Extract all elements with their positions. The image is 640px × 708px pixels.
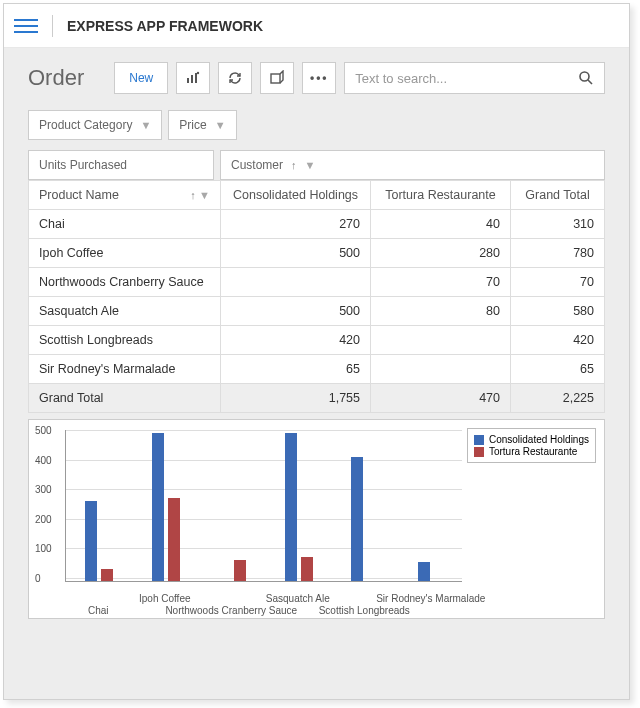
table-cell: Ipoh Coffee [29, 239, 221, 268]
pivot-grand-total-header: Grand Total [511, 181, 605, 210]
filter-icon: ▼ [305, 159, 316, 171]
table-cell: 310 [511, 210, 605, 239]
y-tick-label: 100 [35, 543, 52, 554]
table-cell: 65 [511, 355, 605, 384]
table-row: Scottish Longbreads420420 [29, 326, 605, 355]
y-tick-label: 200 [35, 513, 52, 524]
chart-panel: Consolidated HoldingsTortura Restaurante… [28, 419, 605, 619]
table-cell: 580 [511, 297, 605, 326]
filter-price[interactable]: Price ▼ [168, 110, 236, 140]
chart-bar [101, 569, 113, 581]
table-cell: 80 [371, 297, 511, 326]
chart-bar [351, 457, 363, 581]
hamburger-menu-icon[interactable] [14, 14, 38, 38]
table-row: Ipoh Coffee500280780 [29, 239, 605, 268]
pivot-column-field-label: Customer [231, 158, 283, 172]
table-cell: 470 [371, 384, 511, 413]
pivot-data-area[interactable]: Units Purchased [28, 150, 214, 180]
y-tick-label: 300 [35, 484, 52, 495]
chart-bar [85, 501, 97, 581]
table-cell: 500 [221, 297, 371, 326]
x-tick-label: Sir Rodney's Marmalade [376, 593, 485, 604]
table-cell: Grand Total [29, 384, 221, 413]
pivot-table: Product Name ↑ ▼ Consolidated Holdings T… [28, 180, 605, 413]
table-cell: 40 [371, 210, 511, 239]
table-cell: 270 [221, 210, 371, 239]
filter-product-category[interactable]: Product Category ▼ [28, 110, 162, 140]
chart-bar [418, 562, 430, 581]
table-cell [371, 326, 511, 355]
separator [52, 15, 53, 37]
x-tick-label: Scottish Longbreads [319, 605, 410, 616]
table-cell: 1,755 [221, 384, 371, 413]
table-cell: Chai [29, 210, 221, 239]
table-total-row: Grand Total1,7554702,225 [29, 384, 605, 413]
y-tick-label: 500 [35, 425, 52, 436]
sort-asc-icon: ↑ [291, 159, 297, 171]
pivot-col-header[interactable]: Tortura Restaurante [371, 181, 511, 210]
svg-point-5 [580, 72, 589, 81]
filter-icon: ▼ [199, 189, 210, 201]
new-button[interactable]: New [114, 62, 168, 94]
table-cell [221, 268, 371, 297]
table-cell: 70 [511, 268, 605, 297]
table-cell: 2,225 [511, 384, 605, 413]
table-row: Chai27040310 [29, 210, 605, 239]
pivot-col-header[interactable]: Consolidated Holdings [221, 181, 371, 210]
table-row: Northwoods Cranberry Sauce7070 [29, 268, 605, 297]
chart-bar [301, 557, 313, 581]
table-cell: Sir Rodney's Marmalade [29, 355, 221, 384]
table-cell: 65 [221, 355, 371, 384]
table-cell: 420 [511, 326, 605, 355]
y-tick-label: 0 [35, 573, 41, 584]
pivot-data-field-label: Units Purchased [39, 158, 127, 172]
x-tick-label: Northwoods Cranberry Sauce [165, 605, 297, 616]
svg-point-3 [197, 72, 199, 74]
table-row: Sasquatch Ale50080580 [29, 297, 605, 326]
chart-type-icon[interactable] [176, 62, 210, 94]
x-tick-label: Chai [88, 605, 109, 616]
table-cell [371, 355, 511, 384]
table-cell: 70 [371, 268, 511, 297]
table-cell: Sasquatch Ale [29, 297, 221, 326]
x-tick-label: Ipoh Coffee [139, 593, 191, 604]
search-input-container[interactable] [344, 62, 605, 94]
filter-icon: ▼ [140, 119, 151, 131]
refresh-icon[interactable] [218, 62, 252, 94]
legend-item: Tortura Restaurante [474, 446, 589, 457]
filter-icon: ▼ [215, 119, 226, 131]
sort-asc-icon: ↑ [190, 189, 196, 201]
svg-rect-1 [191, 75, 193, 83]
chart-bar [168, 498, 180, 581]
filter-label: Price [179, 118, 206, 132]
x-tick-label: Sasquatch Ale [266, 593, 330, 604]
pivot-row-field-label: Product Name [39, 188, 119, 202]
chart-bar [285, 433, 297, 581]
table-cell: 500 [221, 239, 371, 268]
export-icon[interactable] [260, 62, 294, 94]
svg-rect-0 [187, 78, 189, 83]
y-tick-label: 400 [35, 454, 52, 465]
pivot-column-area[interactable]: Customer ↑ ▼ [220, 150, 605, 180]
chart-legend: Consolidated HoldingsTortura Restaurante [467, 428, 596, 463]
pivot-row-field-header[interactable]: Product Name ↑ ▼ [29, 181, 221, 210]
svg-rect-2 [195, 73, 197, 83]
filter-label: Product Category [39, 118, 132, 132]
chart-plot-area [65, 430, 462, 582]
svg-rect-4 [271, 74, 280, 83]
search-icon[interactable] [578, 70, 594, 86]
legend-item: Consolidated Holdings [474, 434, 589, 445]
chart-bar [152, 433, 164, 581]
more-actions-icon[interactable]: ••• [302, 62, 336, 94]
page-title: Order [28, 65, 84, 91]
table-row: Sir Rodney's Marmalade6565 [29, 355, 605, 384]
svg-line-6 [588, 80, 592, 84]
app-title: EXPRESS APP FRAMEWORK [67, 18, 263, 34]
search-input[interactable] [355, 71, 578, 86]
table-cell: 420 [221, 326, 371, 355]
table-cell: Scottish Longbreads [29, 326, 221, 355]
chart-bar [234, 560, 246, 581]
table-cell: Northwoods Cranberry Sauce [29, 268, 221, 297]
table-cell: 280 [371, 239, 511, 268]
table-cell: 780 [511, 239, 605, 268]
